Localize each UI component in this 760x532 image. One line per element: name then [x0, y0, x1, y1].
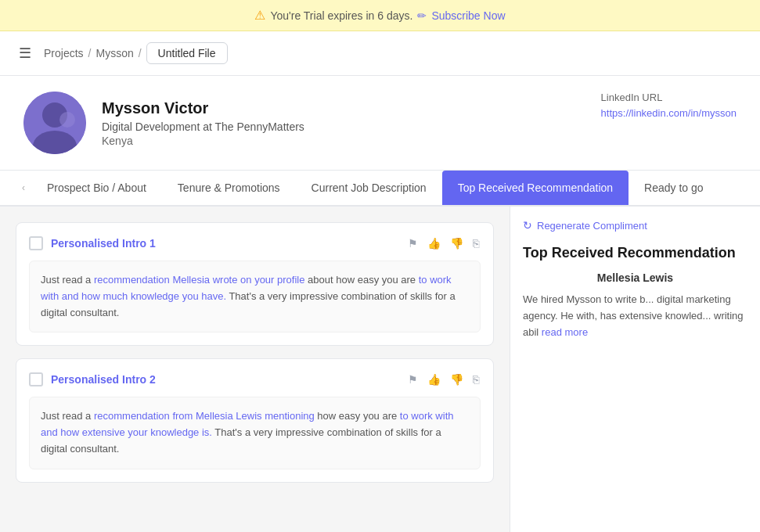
card-1-header: Personalised Intro 1 ⚑ 👍 👎 ⎘	[29, 235, 481, 251]
breadcrumb-sep1: /	[88, 47, 92, 59]
card-2-text-1: Just read a	[41, 410, 94, 422]
profile-name: Mysson Victor	[102, 99, 304, 117]
linkedin-label: LinkedIn URL	[601, 92, 737, 103]
card-2-copy-btn[interactable]: ⎘	[471, 372, 481, 387]
right-panel-title: Top Received Recommendation	[523, 244, 747, 262]
pencil-icon: ✏	[417, 9, 427, 22]
card-2-header-left: Personalised Intro 2	[29, 372, 156, 386]
card-2-header: Personalised Intro 2 ⚑ 👍 👎 ⎘	[29, 372, 481, 387]
breadcrumb-mysson[interactable]: Mysson	[95, 47, 133, 59]
breadcrumb-sep2: /	[139, 47, 142, 59]
breadcrumb-projects[interactable]: Projects	[44, 47, 84, 59]
warning-icon: ⚠	[254, 8, 265, 23]
regen-icon: ↻	[523, 219, 532, 232]
main-content: Personalised Intro 1 ⚑ 👍 👎 ⎘ Just read a…	[0, 207, 760, 532]
tabs-bar: ‹ Prospect Bio / About Tenure & Promotio…	[0, 171, 760, 207]
tab-prospect[interactable]: Prospect Bio / About	[31, 171, 162, 207]
card-1-thumbup-btn[interactable]: 👍	[426, 235, 442, 251]
card-2-checkbox[interactable]	[29, 372, 43, 386]
profile-left: Mysson Victor Digital Development at The…	[23, 92, 304, 154]
card-2-text-2: how easy you are	[315, 410, 400, 422]
intro-card-1: Personalised Intro 1 ⚑ 👍 👎 ⎘ Just read a…	[16, 222, 494, 346]
linkedin-section: LinkedIn URL https://linkedin.com/in/mys…	[601, 92, 737, 119]
cards-panel: Personalised Intro 1 ⚑ 👍 👎 ⎘ Just read a…	[0, 207, 510, 532]
card-1-highlight-1: recommendation Mellesia wrote on your pr…	[94, 274, 305, 286]
recommendation-text: We hired Mysson to write b... digital ma…	[523, 292, 747, 340]
card-1-body: Just read a recommendation Mellesia wrot…	[29, 261, 481, 332]
card-2-title: Personalised Intro 2	[51, 373, 156, 386]
breadcrumb: Projects / Mysson / Untitled File	[44, 42, 228, 64]
svg-point-3	[59, 112, 75, 128]
card-1-flag-btn[interactable]: ⚑	[406, 235, 420, 251]
card-2-thumbup-btn[interactable]: 👍	[426, 372, 442, 387]
card-2-body: Just read a recommendation from Mellesia…	[29, 397, 481, 469]
banner-text: You're Trial expires in 6 days.	[270, 9, 412, 22]
linkedin-url[interactable]: https://linkedin.com/in/mysson	[601, 107, 737, 119]
tab-job[interactable]: Current Job Description	[296, 171, 442, 207]
profile-section: Mysson Victor Digital Development at The…	[0, 76, 760, 171]
card-1-copy-btn[interactable]: ⎘	[471, 235, 481, 251]
profile-location: Kenya	[102, 135, 304, 147]
intro-card-2: Personalised Intro 2 ⚑ 👍 👎 ⎘ Just read a…	[16, 358, 494, 482]
right-panel: ↻ Regenerate Compliment Top Received Rec…	[510, 207, 760, 532]
card-1-checkbox[interactable]	[29, 236, 43, 250]
profile-info: Mysson Victor Digital Development at The…	[102, 99, 304, 147]
header-bar: ☰ Projects / Mysson / Untitled File	[0, 31, 760, 76]
trial-banner: ⚠ You're Trial expires in 6 days. ✏ Subs…	[0, 0, 760, 31]
tab-recommendation[interactable]: Top Received Recommendation	[442, 171, 629, 207]
card-1-thumbdown-btn[interactable]: 👎	[448, 235, 465, 251]
card-2-highlight-1: recommendation from Mellesia Lewis menti…	[94, 410, 315, 422]
card-1-text-2: about how easy you are	[304, 274, 418, 286]
tab-ready[interactable]: Ready to go	[629, 171, 719, 207]
card-1-actions: ⚑ 👍 👎 ⎘	[406, 235, 481, 251]
recommender-name: Mellesia Lewis	[523, 271, 747, 284]
subscribe-link[interactable]: Subscribe Now	[431, 9, 505, 22]
read-more-link[interactable]: read more	[542, 326, 588, 338]
tab-tenure[interactable]: Tenure & Promotions	[162, 171, 296, 207]
card-2-thumbdown-btn[interactable]: 👎	[448, 372, 465, 387]
regen-label: Regenerate Compliment	[537, 220, 647, 232]
regenerate-button[interactable]: ↻ Regenerate Compliment	[523, 219, 647, 232]
card-2-actions: ⚑ 👍 👎 ⎘	[406, 372, 481, 387]
tabs-scroll-left[interactable]: ‹	[16, 173, 31, 203]
profile-title: Digital Development at The PennyMatters	[102, 120, 304, 133]
hamburger-button[interactable]: ☰	[16, 43, 34, 63]
card-1-text-1: Just read a	[41, 274, 94, 286]
card-1-header-left: Personalised Intro 1	[29, 236, 156, 250]
file-name-button[interactable]: Untitled File	[146, 42, 228, 64]
card-2-flag-btn[interactable]: ⚑	[406, 372, 420, 387]
card-1-title: Personalised Intro 1	[51, 237, 156, 250]
avatar	[23, 92, 86, 154]
